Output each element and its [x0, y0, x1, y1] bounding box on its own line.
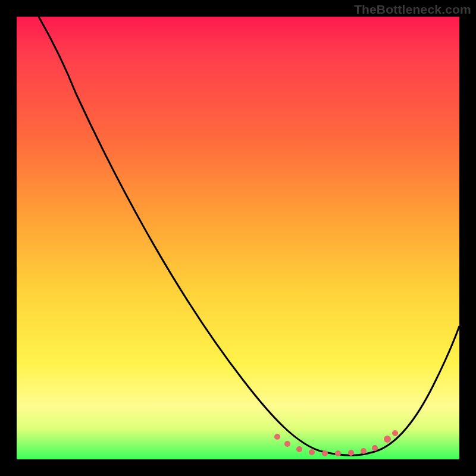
- svg-point-6: [348, 450, 354, 456]
- svg-point-9: [384, 436, 391, 443]
- svg-point-7: [361, 448, 367, 454]
- svg-point-10: [392, 430, 398, 436]
- svg-point-5: [335, 450, 341, 456]
- svg-point-3: [309, 449, 315, 455]
- svg-point-8: [372, 445, 378, 451]
- svg-point-0: [274, 434, 280, 440]
- chart-canvas: TheBottleneck.com: [0, 0, 476, 476]
- plot-area: [17, 17, 459, 459]
- svg-point-2: [296, 446, 302, 452]
- svg-point-4: [322, 450, 328, 456]
- bottleneck-curve-svg: [17, 17, 459, 459]
- svg-point-1: [284, 441, 290, 447]
- bottleneck-curve: [39, 17, 459, 455]
- watermark-text: TheBottleneck.com: [354, 2, 471, 17]
